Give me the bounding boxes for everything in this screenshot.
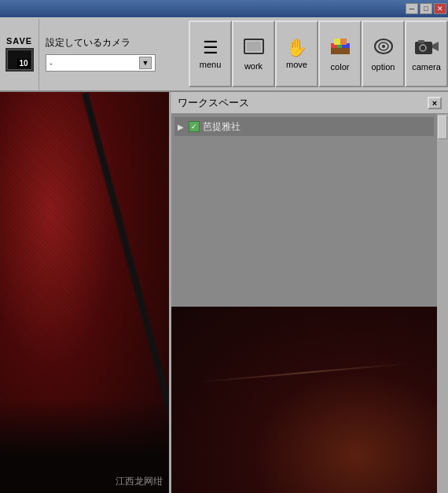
panel-title: ワークスペース [178,96,249,110]
svg-rect-7 [331,48,350,54]
color-icon [329,37,351,59]
svg-rect-14 [418,40,424,43]
work-button[interactable]: work [232,20,275,87]
svg-marker-12 [432,42,439,51]
work-label: work [244,61,263,71]
save-film-icon: 10 [7,50,32,70]
svg-point-10 [382,45,385,48]
camera-dropdown-value: - [50,58,53,68]
tree-checkbox[interactable]: ✓ [189,121,200,132]
camera-dropdown[interactable]: - ▼ [46,54,156,72]
work-icon [243,38,265,58]
option-label: option [372,62,395,72]
move-button[interactable]: ✋ move [275,20,318,87]
camera-button[interactable]: camera [405,20,448,87]
save-panel: SAVE 10 [0,19,39,90]
svg-rect-1 [247,42,261,51]
list-item[interactable]: ▶ ✓ 芭提雅社 [174,117,434,136]
menu-button[interactable]: ☰ menu [189,20,232,87]
light-streak [198,362,410,383]
viewport-left: 江西龙网绀 [0,92,169,493]
move-label: move [286,60,307,69]
window-controls: ─ □ ✕ [406,3,446,14]
watermark: 江西龙网绀 [116,475,163,488]
save-label: SAVE [6,36,32,46]
minimize-button[interactable]: ─ [406,3,418,14]
scrollbar[interactable] [437,114,448,493]
camera-label: 設定しているカメラ [46,36,130,50]
tree-area: ▶ ✓ 芭提雅社 [171,114,437,307]
3d-viewport[interactable] [171,307,437,493]
panel-close-button[interactable]: × [428,97,442,109]
svg-rect-5 [334,39,340,45]
menu-label: menu [200,60,222,69]
tree-expand-arrow: ▶ [178,123,185,131]
panel-main: ▶ ✓ 芭提雅社 [171,114,437,493]
option-icon [373,37,395,59]
menu-icon: ☰ [203,39,218,57]
panel-titlebar: ワークスペース × [171,92,448,114]
svg-rect-6 [340,39,347,45]
scrollbar-thumb[interactable] [438,116,447,139]
toolbar: SAVE 10 設定しているカメラ - ▼ ☰ menu [0,17,448,92]
maximize-button[interactable]: □ [420,3,432,14]
app-container: SAVE 10 設定しているカメラ - ▼ ☰ menu [0,17,448,493]
workspace-panel: ワークスペース × ▶ ✓ 芭提雅社 [171,92,448,493]
camera-panel: 設定しているカメラ - ▼ [39,19,189,90]
svg-rect-11 [415,42,432,54]
color-label: color [331,62,350,72]
move-icon: ✋ [286,39,307,57]
color-button[interactable]: color [318,20,362,87]
dropdown-arrow-icon: ▼ [139,57,152,69]
tree-item-label: 芭提雅社 [203,120,241,134]
close-button[interactable]: ✕ [434,3,446,14]
save-icon[interactable]: 10 [6,48,34,72]
camera-label-btn: camera [412,62,441,72]
panel-inner: ▶ ✓ 芭提雅社 [171,114,448,493]
main-content: 江西龙网绀 ワークスペース × ▶ ✓ 芭提雅社 [0,92,448,493]
title-bar: ─ □ ✕ [0,0,448,17]
nav-buttons: ☰ menu work ✋ move [189,19,448,90]
camera-icon [414,37,439,59]
save-number: 10 [17,59,29,68]
option-button[interactable]: option [362,20,405,87]
